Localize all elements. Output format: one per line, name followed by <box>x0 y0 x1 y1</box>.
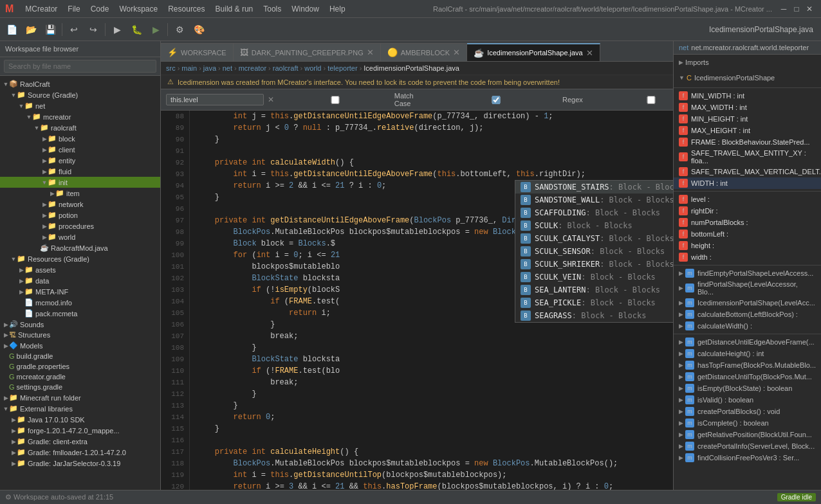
tree-item-entity[interactable]: ▶📁entity <box>0 155 160 166</box>
rp-more-method-6[interactable]: ▶mcreatePortalBlocks() : void <box>674 406 821 417</box>
rp-field-2[interactable]: fMIN_HEIGHT : int <box>674 113 821 125</box>
tree-item-data[interactable]: ▶📁data <box>0 275 160 286</box>
tree-item-init[interactable]: ▼📁init <box>0 177 160 188</box>
tree-item-models[interactable]: ▶🔷Models <box>0 340 160 351</box>
rp-field-4[interactable]: fFRAME : BlockBehaviour.StatePred... <box>674 136 821 148</box>
bc-src[interactable]: src <box>166 64 176 72</box>
rp-other-field-5[interactable]: fwidth : <box>674 251 821 263</box>
tree-item-java-17-0-10-sdk[interactable]: ▶📁Java 17.0.10 SDK <box>0 414 160 425</box>
tree-item-forge-1-20-1-47-2-0-mappe---[interactable]: ▶📁forge-1.20.1-47.2.0_mappe... <box>0 425 160 436</box>
tree-item-net[interactable]: ▼📁net <box>0 100 160 111</box>
rp-more-method-7[interactable]: ▶misComplete() : boolean <box>674 417 821 429</box>
build-button[interactable]: ▶ <box>108 21 126 39</box>
settings-button[interactable]: ⚙ <box>171 21 189 39</box>
tree-item-assets[interactable]: ▶📁assets <box>0 264 160 275</box>
ac-item-3[interactable]: BSCULK : Block - Blocks <box>515 219 673 232</box>
rp-other-field-0[interactable]: flevel : <box>674 194 821 205</box>
rp-field-7[interactable]: fWIDTH : int <box>674 177 821 189</box>
tree-item-build-gradle[interactable]: Gbuild.gradle <box>0 351 160 361</box>
bc-world[interactable]: world <box>304 64 321 72</box>
amberblock-close-btn[interactable]: ✕ <box>453 48 460 57</box>
tree-item-raolcraft[interactable]: ▼📦RaolCraft <box>0 78 160 89</box>
tab-workspace[interactable]: ⚡ WORKSPACE <box>161 43 234 61</box>
theme-button[interactable]: 🎨 <box>190 21 208 39</box>
tab-amberblock[interactable]: 🟡 AMBERBLOCK ✕ <box>381 43 467 61</box>
rp-field-3[interactable]: fMAX_HEIGHT : int <box>674 125 821 136</box>
ac-item-4[interactable]: BSCULK_CATALYST : Block - Blocks <box>515 232 673 245</box>
tree-item-potion[interactable]: ▶📁potion <box>0 210 160 221</box>
menu-workspace[interactable]: Workspace <box>114 0 163 18</box>
tree-item-network[interactable]: ▶📁network <box>0 199 160 210</box>
tab-dark-painting[interactable]: 🖼 DARK_PAINTING_CREEPER.PNG ✕ <box>234 43 381 61</box>
tree-item-item[interactable]: ▶📁item <box>0 188 160 199</box>
bc-java[interactable]: java <box>203 64 216 72</box>
tree-item-external-libraries[interactable]: ▼📁External libraries <box>0 403 160 414</box>
ac-item-7[interactable]: BSCULK_VEIN : Block - Blocks <box>515 271 673 284</box>
menu-resources[interactable]: Resources <box>163 0 210 18</box>
ac-item-9[interactable]: BSEA_PICKLE : Block - Blocks <box>515 296 673 309</box>
tree-item-mcmod-info[interactable]: 📄mcmod.info <box>0 297 160 308</box>
run-button[interactable]: ▶ <box>147 21 165 39</box>
words-checkbox[interactable] <box>587 96 673 104</box>
bc-teleporter[interactable]: teleporter <box>327 64 357 72</box>
save-button[interactable]: 💾 <box>41 21 59 39</box>
redo-button[interactable]: ↪ <box>84 21 102 39</box>
rp-more-method-3[interactable]: ▶mgetDistanceUntilTop(BlockPos.Mut... <box>674 371 821 382</box>
tree-item-structures[interactable]: ▶🏗Structures <box>0 330 160 340</box>
rp-method-3[interactable]: ▶mcalculateBottom(LeftBlockPos) : <box>674 309 821 320</box>
ac-item-1[interactable]: BSANDSTONE_WALL : Block - Blocks <box>515 194 673 206</box>
rp-more-method-8[interactable]: ▶mgetRelativePosition(BlockUtil.Foun... <box>674 429 821 440</box>
rp-field-1[interactable]: fMAX_WIDTH : int <box>674 102 821 113</box>
menu-code[interactable]: Code <box>86 0 115 18</box>
close-button[interactable]: ✕ <box>803 3 816 15</box>
regex-checkbox[interactable] <box>432 96 560 104</box>
tree-item-gradle--client-extra[interactable]: ▶📁Gradle: client-extra <box>0 436 160 447</box>
tree-item-fluid[interactable]: ▶📁fluid <box>0 166 160 177</box>
search-input[interactable] <box>166 94 264 105</box>
ac-item-6[interactable]: BSCULK_SHRIEKER : Block - Blocks <box>515 258 673 271</box>
menu-tools[interactable]: Tools <box>258 0 286 18</box>
bc-main[interactable]: main <box>181 64 197 72</box>
tree-item-gradle--jarjarselector-0-3-19[interactable]: ▶📁Gradle: JarJarSelector-0.3.19 <box>0 458 160 469</box>
tree-item-raolcraftmod-java[interactable]: ☕RaolcraftMod.java <box>0 242 160 253</box>
undo-button[interactable]: ↩ <box>65 21 83 39</box>
tree-item-mcreator[interactable]: ▼📁mcreator <box>0 111 160 122</box>
tree-item-source--gradle-[interactable]: ▼📁Source (Gradle) <box>0 89 160 100</box>
rp-imports[interactable]: ▶ Imports <box>674 57 821 68</box>
rp-method-0[interactable]: ▶mfindEmptyPortalShapeLevelAccess... <box>674 267 821 279</box>
tree-item-minecraft-run-folder[interactable]: ▶📁Minecraft run folder <box>0 392 160 403</box>
tree-item-mcreator-gradle[interactable]: Gmcreator.gradle <box>0 372 160 382</box>
rp-field-5[interactable]: fSAFE_TRAVEL_MAX_ENTITY_XY : floa... <box>674 148 821 166</box>
rp-other-field-3[interactable]: fbottomLeft : <box>674 228 821 240</box>
tree-item-client[interactable]: ▶📁client <box>0 144 160 155</box>
rp-method-1[interactable]: ▶mfindPortalShape(LevelAccessor, Blo... <box>674 279 821 297</box>
dark-painting-close-btn[interactable]: ✕ <box>367 48 374 57</box>
rp-other-field-4[interactable]: fheight : <box>674 240 821 251</box>
tree-item-gradle-properties[interactable]: Ggradle.properties <box>0 361 160 372</box>
tab-iceportal[interactable]: ☕ IcedimensionPortalShape.java ✕ <box>467 43 600 61</box>
rp-more-method-4[interactable]: ▶misEmpty(BlockState) : boolean <box>674 382 821 394</box>
rp-method-4[interactable]: ▶mcalculateWidth() : <box>674 320 821 332</box>
rp-class-item[interactable]: ▼ C IcedimensionPortalShape <box>674 73 821 83</box>
rp-field-0[interactable]: fMIN_WIDTH : int <box>674 90 821 102</box>
rp-more-method-0[interactable]: ▶mgetDistanceUntilEdgeAboveFrame(... <box>674 336 821 348</box>
rp-more-method-5[interactable]: ▶misValid() : boolean <box>674 394 821 406</box>
tree-item-meta-inf[interactable]: ▶📁META-INF <box>0 286 160 297</box>
rp-other-field-2[interactable]: fnumPortalBlocks : <box>674 217 821 228</box>
bc-raolcraft[interactable]: raolcraft <box>273 64 299 72</box>
tree-item-procedures[interactable]: ▶📁procedures <box>0 221 160 231</box>
tree-item-sounds[interactable]: ▶🔊Sounds <box>0 319 160 330</box>
tree-item-gradle--fmlloader-1-20-1-47-2-0[interactable]: ▶📁Gradle: fmlloader-1.20.1-47.2.0 <box>0 447 160 458</box>
rp-more-method-2[interactable]: ▶mhasTopFrame(BlockPos.MutableBlo... <box>674 359 821 371</box>
tree-item-block[interactable]: ▶📁block <box>0 133 160 144</box>
rp-field-6[interactable]: fSAFE_TRAVEL_MAX_VERTICAL_DELT... <box>674 166 821 177</box>
rp-more-method-1[interactable]: ▶mcalculateHeight() : int <box>674 348 821 359</box>
bc-mcreator[interactable]: mcreator <box>239 64 266 72</box>
sidebar-search-input[interactable] <box>4 60 156 73</box>
restore-button[interactable]: □ <box>790 3 803 15</box>
rp-other-field-1[interactable]: frightDir : <box>674 205 821 217</box>
minimize-button[interactable]: ─ <box>777 3 790 15</box>
search-clear-btn[interactable]: ✕ <box>268 95 274 104</box>
ac-item-0[interactable]: BSANDSTONE_STAIRS : Block - Blocks <box>515 181 673 194</box>
tree-item-resources--gradle-[interactable]: ▼📁Resources (Gradle) <box>0 253 160 264</box>
